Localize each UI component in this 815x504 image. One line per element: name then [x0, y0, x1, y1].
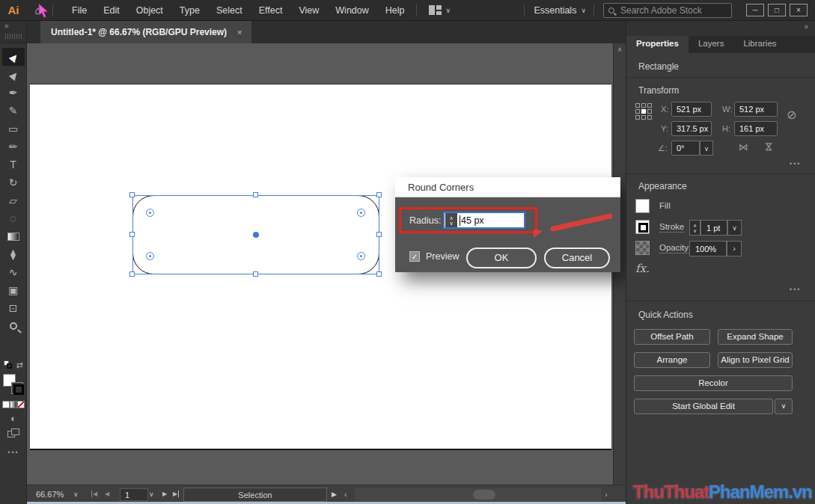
swap-fill-stroke-icon[interactable]: ⇄: [16, 360, 22, 370]
recolor-button[interactable]: Recolor: [634, 375, 793, 391]
tab-layers[interactable]: Layers: [689, 36, 734, 53]
arrange-button[interactable]: Arrange: [634, 352, 710, 368]
stroke-label[interactable]: Stroke: [659, 222, 684, 233]
menu-item-view[interactable]: View: [290, 0, 327, 21]
status-play-icon[interactable]: ▶: [332, 491, 337, 498]
expand-shape-button[interactable]: Expand Shape: [718, 329, 793, 345]
x-field[interactable]: 521 px: [671, 102, 712, 117]
zoom-tool[interactable]: [2, 317, 25, 335]
stroke-weight-stepper[interactable]: ∧ ∨: [689, 220, 700, 236]
corner-widget[interactable]: [357, 252, 365, 260]
opacity-arrow-icon[interactable]: ›: [727, 241, 742, 256]
edit-toolbar-icon[interactable]: •••: [0, 449, 27, 456]
last-artboard-icon[interactable]: ▶: [173, 491, 179, 497]
appearance-more-options-icon[interactable]: •••: [790, 286, 801, 293]
selection-handle[interactable]: [376, 232, 382, 237]
pen-tool[interactable]: ✒: [2, 84, 25, 102]
menu-item-window[interactable]: Window: [327, 0, 376, 21]
ok-button[interactable]: OK: [466, 248, 537, 268]
previous-artboard-icon[interactable]: ◀: [105, 491, 109, 497]
scroll-up-icon[interactable]: ∧: [614, 46, 626, 53]
selection-handle[interactable]: [129, 192, 135, 197]
selection-handle[interactable]: [253, 271, 258, 277]
w-field[interactable]: 512 px: [734, 102, 778, 117]
global-edit-chevron-icon[interactable]: ∨: [775, 399, 793, 414]
maximize-button[interactable]: □: [768, 4, 786, 16]
menu-item-effect[interactable]: Effect: [251, 0, 291, 21]
corner-widget[interactable]: [357, 209, 365, 217]
dialog-title-bar[interactable]: Round Corners: [395, 177, 620, 197]
stroke-chevron-icon[interactable]: ∨: [727, 220, 742, 236]
gradient-button[interactable]: [10, 401, 17, 408]
tab-libraries[interactable]: Libraries: [733, 36, 786, 53]
menu-item-file[interactable]: File: [64, 0, 95, 21]
chevron-down-icon[interactable]: ∨: [581, 7, 586, 14]
zoom-chevron-icon[interactable]: ∨: [73, 491, 79, 498]
fill-color-swatch[interactable]: [635, 199, 650, 213]
flip-horizontal-icon[interactable]: ⋈: [739, 141, 748, 153]
selection-handle[interactable]: [376, 271, 382, 277]
transform-more-options-icon[interactable]: •••: [790, 160, 801, 168]
artboard-tool[interactable]: ⊡: [2, 299, 25, 317]
selection-handle[interactable]: [129, 232, 135, 237]
rotate-tool[interactable]: ↻: [2, 173, 25, 191]
status-mode-field[interactable]: Selection: [183, 488, 327, 502]
selection-handle[interactable]: [129, 271, 135, 277]
corner-widget[interactable]: [146, 252, 154, 260]
y-field[interactable]: 317.5 px: [671, 121, 712, 136]
constrain-proportions-icon[interactable]: ⊘: [787, 108, 796, 122]
collapse-panel-icon[interactable]: »: [4, 22, 9, 30]
preview-checkbox[interactable]: ✓: [409, 251, 420, 262]
offset-path-button[interactable]: Offset Path: [634, 329, 710, 345]
paintbrush-tool[interactable]: ✏: [2, 138, 25, 156]
tab-properties[interactable]: Properties: [626, 36, 689, 53]
h-field[interactable]: 161 px: [734, 121, 778, 136]
scroll-left-icon[interactable]: ‹: [344, 490, 347, 499]
start-global-edit-button[interactable]: Start Global Edit: [634, 399, 773, 414]
artboard-number-field[interactable]: 1: [120, 488, 148, 501]
type-tool[interactable]: T: [2, 156, 25, 173]
search-box[interactable]: [603, 3, 732, 18]
align-to-pixel-grid-button[interactable]: Align to Pixel Grid: [718, 352, 793, 368]
selection-handle[interactable]: [376, 192, 382, 197]
close-button[interactable]: ×: [790, 4, 808, 16]
rotation-chevron-icon[interactable]: ∨: [700, 141, 713, 156]
scrollbar-thumb[interactable]: [473, 490, 495, 500]
collapse-panel-icon[interactable]: »: [804, 22, 808, 31]
none-button[interactable]: [17, 401, 25, 408]
menu-item-object[interactable]: Object: [128, 0, 171, 21]
fill-stroke-indicator[interactable]: [2, 374, 25, 398]
menu-item-help[interactable]: Help: [377, 0, 413, 21]
search-input[interactable]: [614, 5, 712, 16]
stroke-swatch[interactable]: [11, 382, 23, 394]
reference-point-icon[interactable]: [635, 103, 653, 121]
shape-builder-tool[interactable]: ▣: [2, 281, 25, 299]
workspace-switcher[interactable]: Essentials: [534, 5, 576, 16]
stepper-down-icon[interactable]: ∨: [693, 228, 697, 233]
corner-widget[interactable]: [146, 209, 154, 217]
horizontal-scrollbar[interactable]: [355, 488, 602, 501]
eraser-tool[interactable]: ▱: [2, 191, 25, 209]
opacity-field[interactable]: 100%: [689, 241, 727, 256]
center-point[interactable]: [253, 232, 259, 238]
stroke-weight-field[interactable]: 1 pt: [700, 220, 727, 236]
document-tab[interactable]: Untitled-1* @ 66.67% (RGB/GPU Preview) ×: [40, 21, 251, 43]
effects-icon[interactable]: fx.: [635, 262, 650, 275]
menu-item-select[interactable]: Select: [208, 0, 251, 21]
arrange-documents-icon[interactable]: [429, 5, 442, 15]
chevron-down-icon[interactable]: ∨: [446, 7, 451, 14]
screen-mode-icon[interactable]: ◐: [0, 413, 27, 424]
gradient-tool[interactable]: [2, 227, 25, 245]
rotation-field[interactable]: 0°: [671, 141, 700, 156]
canvas[interactable]: Round Corners Radius: ∧ ∨ 45 px: [27, 43, 626, 485]
artboard-chevron-icon[interactable]: ∨: [149, 491, 154, 498]
scroll-right-icon[interactable]: ›: [605, 490, 608, 499]
direct-selection-tool[interactable]: ▶: [2, 66, 25, 84]
shaper-tool[interactable]: ◌: [2, 209, 25, 227]
panel-grip[interactable]: [5, 34, 22, 39]
close-tab-icon[interactable]: ×: [237, 28, 242, 37]
cancel-button[interactable]: Cancel: [544, 248, 610, 268]
stepper-up-icon[interactable]: ∧: [693, 223, 697, 228]
color-button[interactable]: [2, 401, 10, 408]
stroke-color-swatch[interactable]: [635, 220, 650, 234]
